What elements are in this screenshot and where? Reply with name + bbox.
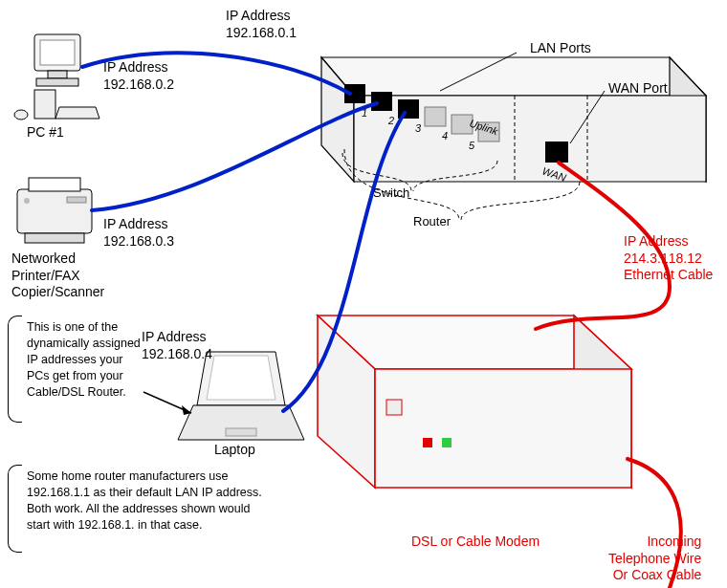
- wan-ip-label: IP Address 214.3.118.12 Ethernet Cable: [624, 233, 713, 284]
- svg-rect-23: [29, 178, 80, 191]
- dhcp-arrow: [143, 392, 191, 415]
- svg-rect-17: [48, 71, 67, 78]
- svg-rect-19: [34, 90, 55, 119]
- modem-device: [318, 316, 631, 488]
- network-diagram: 1 2 3 4 5 Uplink WAN: [0, 0, 727, 588]
- pc1-ip-label: IP Address 192.168.0.2: [103, 59, 174, 93]
- svg-point-21: [14, 110, 28, 120]
- lan-ports-label: LAN Ports: [530, 40, 591, 57]
- printer-device: [17, 178, 92, 243]
- pc1-device: [14, 34, 99, 120]
- svg-rect-36: [423, 438, 432, 447]
- svg-rect-35: [386, 400, 402, 415]
- svg-rect-25: [67, 197, 86, 203]
- svg-rect-37: [442, 438, 452, 447]
- port-4-label: 4: [442, 130, 448, 142]
- switch-label: Switch: [373, 185, 409, 201]
- alt-subnet-note: Some home router manufacturers use 192.1…: [19, 463, 274, 539]
- printer-name: Networked Printer/FAX Copier/Scanner: [11, 250, 104, 301]
- port-3-label: 3: [415, 122, 422, 134]
- dhcp-note: This is one of the dynamically assigned …: [19, 314, 149, 405]
- router-label: Router: [413, 214, 451, 229]
- printer-ip-label: IP Address 192.168.0.3: [103, 216, 174, 250]
- router-ip-label: IP Address 192.168.0.1: [226, 8, 297, 41]
- svg-rect-5: [371, 92, 392, 111]
- svg-rect-24: [25, 233, 84, 243]
- svg-rect-10: [545, 142, 568, 163]
- svg-marker-28: [207, 356, 275, 400]
- svg-rect-30: [226, 428, 256, 436]
- modem-name: DSL or Cable Modem: [411, 534, 540, 551]
- svg-marker-20: [55, 107, 99, 119]
- svg-rect-7: [425, 107, 446, 126]
- svg-marker-34: [375, 369, 631, 488]
- svg-rect-18: [36, 78, 78, 86]
- laptop-name: Laptop: [214, 442, 255, 459]
- svg-rect-16: [40, 40, 75, 65]
- incoming-label: Incoming Telephone Wire Or Coax Cable: [608, 534, 701, 584]
- wan-port-label: WAN Port: [608, 80, 668, 98]
- svg-point-26: [24, 198, 30, 204]
- port-2-label: 2: [387, 115, 394, 126]
- laptop-ip-label: IP Address 192.168.0.4: [142, 329, 212, 362]
- pc1-name: PC #1: [27, 124, 64, 142]
- laptop-device: [178, 352, 304, 440]
- port-5-label: 5: [469, 140, 475, 151]
- svg-rect-22: [17, 189, 92, 233]
